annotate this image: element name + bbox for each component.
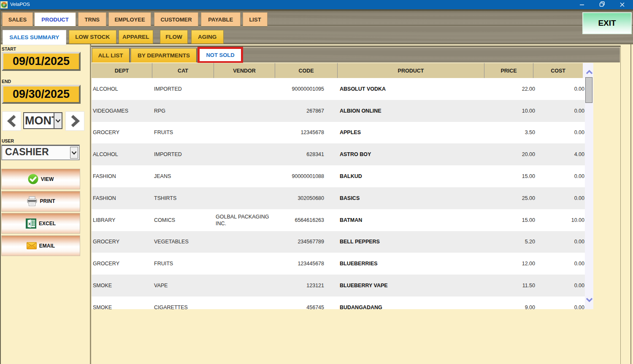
svg-text:x: x	[28, 221, 31, 226]
